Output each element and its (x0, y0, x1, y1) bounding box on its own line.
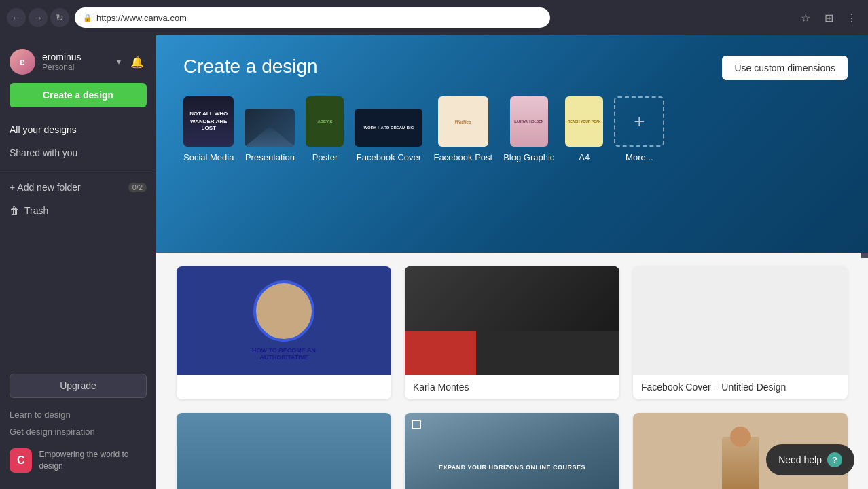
more-thumbnail: + (614, 96, 664, 147)
pres-mountain (245, 124, 295, 147)
sidebar-divider (0, 170, 156, 170)
trash-label: Trash (24, 205, 48, 216)
need-help-label: Need help (778, 454, 822, 465)
template-label: A4 (579, 152, 590, 162)
presentation-thumbnail (245, 109, 295, 147)
social-media-thumbnail: NOT ALL WHO WANDER ARE LOST (183, 96, 234, 147)
avatar: e (10, 49, 35, 75)
create-design-button[interactable]: Create a design (10, 83, 147, 107)
template-a4[interactable]: REACH YOUR PEAK A4 (565, 96, 603, 162)
menu-button[interactable]: ⋮ (842, 8, 861, 27)
a4-thumbnail: REACH YOUR PEAK (565, 96, 603, 147)
fbpost-text: Waffles (454, 120, 471, 124)
refresh-button[interactable]: ↻ (50, 8, 69, 27)
design-card[interactable]: HOW TO BECOME ANAUTHORITATIVE (177, 266, 391, 399)
social-media-text: NOT ALL WHO WANDER ARE LOST (189, 111, 228, 132)
help-icon: ? (827, 452, 842, 467)
learn-design-link[interactable]: Learn to design (10, 406, 147, 423)
lock-icon: 🔒 (83, 14, 92, 22)
sidebar-item-shared[interactable]: Shared with you (0, 141, 156, 164)
design-card-image: EXPAND YOUR HORIZONS ONLINE COURSES (405, 413, 619, 489)
template-label: More... (626, 152, 653, 162)
card2-thumb (405, 266, 619, 375)
need-help-button[interactable]: Need help ? (766, 444, 854, 475)
extensions-button[interactable]: ⊞ (819, 8, 838, 27)
sidebar-user: e erominus Personal ▾ 🔔 (0, 43, 156, 83)
poster-text: ABEY'S (317, 120, 332, 124)
template-label: Blog Graphic (503, 152, 554, 162)
template-label: Facebook Cover (357, 152, 421, 162)
sidebar-nav: All your designs › Shared with you + Add… (0, 118, 156, 365)
card5-text: EXPAND YOUR HORIZONS ONLINE COURSES (433, 458, 591, 476)
template-label: Social Media (183, 152, 234, 162)
a4-text: REACH YOUR PEAK (568, 120, 601, 124)
design-card[interactable]: Facebook Cover – Untitled Design (633, 266, 848, 399)
template-poster[interactable]: ABEY'S Poster (306, 96, 344, 162)
canva-logo: C (10, 448, 32, 473)
sidebar-footer: Upgrade Learn to design Get design inspi… (0, 365, 156, 481)
nav-buttons: ← → ↻ (7, 8, 69, 27)
browser-chrome: ← → ↻ 🔒 https://www.canva.com ☆ ⊞ ⋮ (0, 0, 868, 35)
template-label: Poster (312, 152, 338, 162)
poster-thumbnail: ABEY'S (306, 96, 344, 147)
template-label: Presentation (245, 152, 295, 162)
design-card-image (405, 266, 619, 375)
sidebar-item-all-designs[interactable]: All your designs › (0, 118, 156, 141)
design-card-info: Facebook Cover – Untitled Design (633, 375, 848, 399)
design-inspiration-link[interactable]: Get design inspiration (10, 423, 147, 440)
design-card-info: Karla Montes (405, 375, 619, 399)
design-card-image (177, 413, 391, 489)
designs-grid: HOW TO BECOME ANAUTHORITATIVE (177, 266, 848, 489)
blog-text: LAURYN HOLDEN (514, 120, 543, 124)
design-card[interactable] (177, 413, 391, 489)
design-card-image: HOW TO BECOME ANAUTHORITATIVE (177, 266, 391, 375)
card1-text: HOW TO BECOME ANAUTHORITATIVE (252, 347, 316, 361)
design-card-info (177, 375, 391, 388)
chevron-down-icon[interactable]: ▾ (117, 57, 121, 67)
canva-tagline: Empowering the world to design (39, 449, 147, 472)
trash-item[interactable]: 🗑 Trash (0, 199, 156, 222)
design-card-title: Karla Montes (413, 382, 611, 393)
template-facebook-post[interactable]: Waffles Facebook Post (433, 96, 492, 162)
main-content: Create a design Use custom dimensions NO… (156, 35, 868, 489)
template-presentation[interactable]: Presentation (245, 109, 295, 162)
trash-icon: 🗑 (10, 205, 19, 216)
sidebar-links: Learn to design Get design inspiration (10, 406, 147, 440)
user-info: erominus Personal (42, 52, 110, 72)
design-card-image (633, 266, 848, 375)
template-blog-graphic[interactable]: LAURYN HOLDEN Blog Graphic (503, 96, 554, 162)
user-plan: Personal (42, 62, 110, 72)
sidebar-item-label: All your designs (10, 124, 77, 135)
template-more[interactable]: + More... (614, 96, 664, 162)
design-card[interactable]: Karla Montes (405, 266, 619, 399)
forward-button[interactable]: → (29, 8, 48, 27)
design-card[interactable]: EXPAND YOUR HORIZONS ONLINE COURSES Expa… (405, 413, 619, 489)
template-social-media[interactable]: NOT ALL WHO WANDER ARE LOST Social Media (183, 96, 234, 162)
recent-section: HOW TO BECOME ANAUTHORITATIVE (156, 253, 868, 489)
add-folder-item[interactable]: + Add new folder 0/2 (0, 176, 156, 199)
templates-row: NOT ALL WHO WANDER ARE LOST Social Media… (183, 96, 841, 162)
design-card-title: Facebook Cover – Untitled Design (641, 382, 839, 393)
sidebar: e erominus Personal ▾ 🔔 Create a design … (0, 35, 156, 489)
folder-count: 0/2 (128, 183, 147, 192)
plus-icon: + (634, 111, 645, 132)
browser-actions: ☆ ⊞ ⋮ (796, 8, 861, 27)
sidebar-item-label: Shared with you (10, 147, 77, 158)
user-name: erominus (42, 52, 110, 62)
fbcover-text: WORK HARD DREAM BIG (363, 126, 414, 130)
app-layout: e erominus Personal ▾ 🔔 Create a design … (0, 35, 868, 489)
blog-graphic-thumbnail: LAURYN HOLDEN (510, 96, 548, 147)
custom-dimensions-button[interactable]: Use custom dimensions (722, 56, 848, 80)
url-text: https://www.canva.com (96, 13, 187, 23)
canva-brand: C Empowering the world to design (10, 448, 147, 473)
facebook-cover-thumbnail: WORK HARD DREAM BIG (355, 109, 422, 147)
bookmark-button[interactable]: ☆ (796, 8, 815, 27)
notification-button[interactable]: 🔔 (128, 52, 147, 71)
upgrade-button[interactable]: Upgrade (10, 374, 147, 398)
facebook-post-thumbnail: Waffles (438, 96, 488, 147)
template-facebook-cover[interactable]: WORK HARD DREAM BIG Facebook Cover (355, 109, 422, 162)
folder-label: + Add new folder (10, 182, 81, 193)
back-button[interactable]: ← (7, 8, 26, 27)
address-bar[interactable]: 🔒 https://www.canva.com (75, 7, 550, 28)
template-label: Facebook Post (433, 152, 492, 162)
